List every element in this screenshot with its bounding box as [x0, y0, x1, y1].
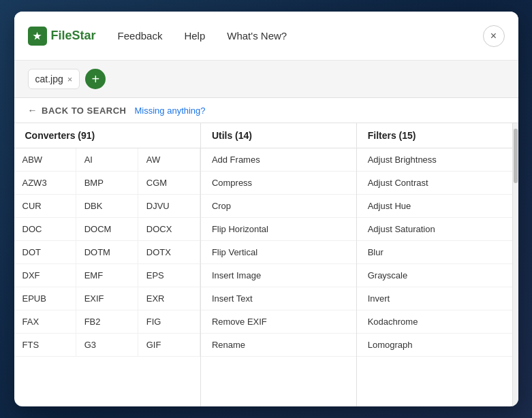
util-item[interactable]: Flip Horizontal — [201, 218, 356, 241]
filters-header: Filters (15) — [357, 123, 512, 148]
filter-item[interactable]: Lomograph — [357, 334, 512, 357]
filter-item[interactable]: Invert — [357, 287, 512, 310]
missing-anything-link[interactable]: Missing anything? — [135, 106, 206, 116]
scrollbar-track[interactable] — [513, 123, 518, 406]
converter-item[interactable]: CGM — [138, 172, 200, 195]
converter-item[interactable]: FB2 — [76, 310, 138, 334]
converter-item[interactable]: BMP — [76, 172, 138, 195]
util-item[interactable]: Crop — [201, 195, 356, 218]
filters-list: Adjust BrightnessAdjust ContrastAdjust H… — [357, 148, 512, 406]
converter-item[interactable]: DJVU — [138, 195, 200, 218]
converter-item[interactable]: DXF — [14, 264, 76, 287]
file-tab-close[interactable]: × — [67, 74, 73, 84]
nav-help[interactable]: Help — [184, 30, 205, 42]
back-to-search-link[interactable]: ← BACK TO SEARCH — [28, 105, 127, 116]
util-item[interactable]: Rename — [201, 334, 356, 357]
logo-text: FileStar — [51, 29, 96, 43]
close-button[interactable]: × — [483, 25, 505, 47]
converter-item[interactable]: G3 — [76, 334, 138, 357]
back-to-search-label: BACK TO SEARCH — [42, 106, 127, 116]
converter-item[interactable]: DOT — [14, 241, 76, 264]
filter-item[interactable]: Adjust Brightness — [357, 148, 512, 172]
converter-item[interactable]: AZW3 — [14, 172, 76, 195]
converter-item[interactable]: DOTM — [76, 241, 138, 264]
converter-item[interactable]: ABW — [14, 148, 76, 172]
logo: ★ FileStar — [28, 27, 96, 46]
converter-item[interactable]: DOCX — [138, 218, 200, 241]
converters-list: ABWAIAWAZW3BMPCGMCURDBKDJVUDOCDOCMDOCXDO… — [14, 148, 200, 406]
converter-item[interactable]: FIG — [138, 310, 200, 334]
converter-item[interactable]: AW — [138, 148, 200, 172]
converter-item[interactable]: DOCM — [76, 218, 138, 241]
converter-item[interactable]: EPUB — [14, 287, 76, 310]
converter-item[interactable]: CUR — [14, 195, 76, 218]
converter-item[interactable]: GIF — [138, 334, 200, 357]
filter-item[interactable]: Kodachrome — [357, 310, 512, 334]
converter-item[interactable]: FTS — [14, 334, 76, 357]
filter-item[interactable]: Adjust Hue — [357, 195, 512, 218]
utils-list: Add FramesCompressCropFlip HorizontalFli… — [201, 148, 356, 406]
header: ★ FileStar Feedback Help What's New? × — [14, 12, 518, 61]
converters-column: Converters (91) ABWAIAWAZW3BMPCGMCURDBKD… — [14, 123, 201, 406]
converter-item[interactable]: FAX — [14, 310, 76, 334]
util-item[interactable]: Flip Vertical — [201, 241, 356, 264]
converter-item[interactable]: EMF — [76, 264, 138, 287]
filter-item[interactable]: Blur — [357, 241, 512, 264]
converter-item[interactable]: EXR — [138, 287, 200, 310]
converter-item[interactable]: EPS — [138, 264, 200, 287]
main-window: ★ FileStar Feedback Help What's New? × c… — [14, 12, 518, 406]
util-item[interactable]: Compress — [201, 172, 356, 195]
filters-column: Filters (15) Adjust BrightnessAdjust Con… — [357, 123, 513, 406]
converters-grid: ABWAIAWAZW3BMPCGMCURDBKDJVUDOCDOCMDOCXDO… — [14, 148, 200, 357]
nav-whats-new[interactable]: What's New? — [227, 30, 287, 42]
file-tab-name: cat.jpg — [35, 74, 63, 84]
converters-header: Converters (91) — [14, 123, 200, 148]
add-file-button[interactable]: + — [85, 69, 106, 89]
filter-item[interactable]: Grayscale — [357, 264, 512, 287]
back-row: ← BACK TO SEARCH Missing anything? — [14, 98, 518, 123]
util-item[interactable]: Remove EXIF — [201, 310, 356, 334]
util-item[interactable]: Add Frames — [201, 148, 356, 172]
utils-header: Utils (14) — [201, 123, 356, 148]
converter-item[interactable]: DOC — [14, 218, 76, 241]
logo-file: File — [51, 29, 72, 42]
main-nav: Feedback Help What's New? — [118, 30, 483, 42]
file-tabs-bar: cat.jpg × + — [14, 61, 518, 98]
back-arrow-icon: ← — [28, 105, 38, 116]
filter-item[interactable]: Adjust Saturation — [357, 218, 512, 241]
filter-item[interactable]: Adjust Contrast — [357, 172, 512, 195]
nav-feedback[interactable]: Feedback — [118, 30, 163, 42]
scrollbar-thumb[interactable] — [514, 129, 518, 183]
converter-item[interactable]: EXIF — [76, 287, 138, 310]
util-item[interactable]: Insert Image — [201, 264, 356, 287]
file-tab[interactable]: cat.jpg × — [28, 69, 80, 89]
util-item[interactable]: Insert Text — [201, 287, 356, 310]
utils-column: Utils (14) Add FramesCompressCropFlip Ho… — [201, 123, 357, 406]
logo-icon: ★ — [28, 27, 47, 46]
converter-item[interactable]: DOTX — [138, 241, 200, 264]
converter-item[interactable]: DBK — [76, 195, 138, 218]
columns-container: Converters (91) ABWAIAWAZW3BMPCGMCURDBKD… — [14, 123, 518, 406]
converter-item[interactable]: AI — [76, 148, 138, 172]
logo-star-text: Star — [72, 29, 96, 42]
